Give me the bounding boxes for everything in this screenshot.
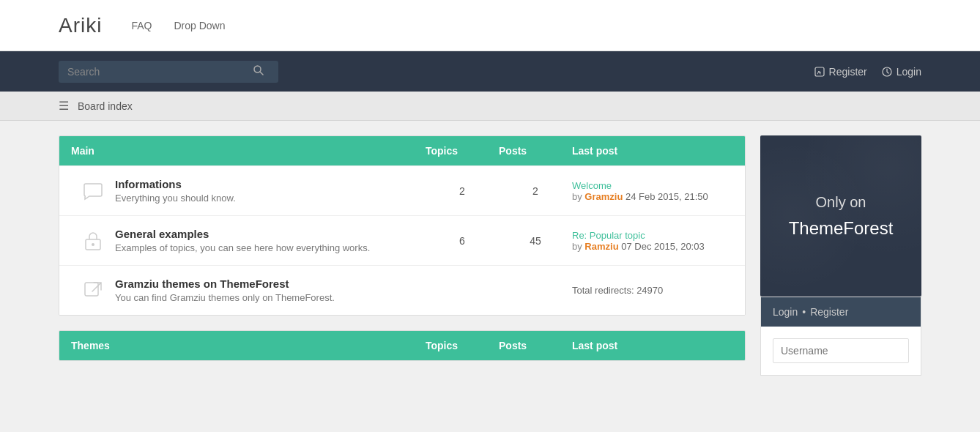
- themes-section-title: Themes: [71, 340, 426, 351]
- main-section-title: Main: [71, 145, 426, 157]
- posts-count-informations: 2: [499, 185, 572, 197]
- site-logo: Ariki: [59, 14, 102, 37]
- last-post-date-general: 07 Dec 2015, 20:03: [621, 241, 704, 252]
- last-post-author-general[interactable]: Ramziu: [584, 241, 618, 252]
- posts-col-header: Posts: [499, 145, 572, 157]
- register-link[interactable]: Register: [814, 66, 867, 78]
- forum-title-informations[interactable]: Informations: [115, 178, 182, 190]
- posts-count-general: 45: [499, 235, 572, 247]
- main-forum-table: Main Topics Posts Last post Informations…: [59, 135, 746, 316]
- promo-brand-text: ThemeForest: [775, 218, 907, 239]
- svg-line-1: [260, 72, 263, 75]
- auth-links: Register Login: [814, 66, 921, 78]
- themes-forum-table: Themes Topics Posts Last post: [59, 330, 746, 361]
- register-header-link[interactable]: Register: [810, 306, 848, 318]
- nav-links: FAQ Drop Down: [131, 20, 225, 31]
- login-header-link[interactable]: Login: [773, 306, 798, 318]
- login-header: Login • Register: [761, 297, 921, 327]
- search-form: [59, 61, 278, 83]
- nav-link-dropdown[interactable]: Drop Down: [174, 20, 225, 31]
- main-table-header: Main Topics Posts Last post: [59, 136, 745, 165]
- forum-external-icon: [71, 281, 115, 300]
- breadcrumb-bar: ☰ Board index: [0, 92, 980, 121]
- sidebar-login: Login • Register: [760, 297, 921, 376]
- last-post-author-informations[interactable]: Gramziu: [584, 191, 623, 202]
- themes-topics-col: Topics: [426, 340, 499, 351]
- last-post-informations: Welcome by Gramziu 24 Feb 2015, 21:50: [572, 180, 733, 202]
- themes-posts-col: Posts: [499, 340, 572, 351]
- lastpost-col-header: Last post: [572, 145, 733, 157]
- topics-count-general: 6: [426, 235, 499, 247]
- breadcrumb: Board index: [78, 100, 133, 112]
- topics-count-informations: 2: [426, 185, 499, 197]
- themes-table-header: Themes Topics Posts Last post: [59, 331, 745, 360]
- last-post-title-informations[interactable]: Welcome: [572, 180, 612, 191]
- sidebar-promo: Only on ThemeForest: [760, 135, 921, 297]
- themes-lastpost-col: Last post: [572, 340, 733, 351]
- forum-desc-gramziu: You can find Gramziu themes only on Them…: [115, 292, 418, 303]
- forum-lock-icon: [71, 230, 115, 252]
- search-bar: Register Login: [0, 51, 980, 92]
- forum-info-informations: Informations Everything you should know.: [115, 178, 426, 204]
- forum-info-general: General examples Examples of topics, you…: [115, 228, 426, 253]
- hamburger-icon[interactable]: ☰: [59, 99, 69, 113]
- top-nav: Ariki FAQ Drop Down: [0, 0, 980, 51]
- total-redirects: Total redirects: 24970: [572, 285, 733, 296]
- table-row: Gramziu themes on ThemeForest You can fi…: [59, 265, 745, 315]
- svg-point-5: [92, 243, 94, 246]
- login-link[interactable]: Login: [882, 66, 921, 78]
- search-input[interactable]: [67, 66, 250, 78]
- main-content: Main Topics Posts Last post Informations…: [59, 135, 746, 376]
- sidebar: Only on ThemeForest Login • Register: [760, 135, 921, 376]
- svg-rect-6: [85, 283, 98, 296]
- nav-link-faq[interactable]: FAQ: [131, 20, 152, 31]
- forum-title-general[interactable]: General examples: [115, 228, 209, 240]
- nav-item-faq[interactable]: FAQ: [131, 20, 152, 31]
- topics-col-header: Topics: [426, 145, 499, 157]
- forum-desc-informations: Everything you should know.: [115, 193, 418, 204]
- forum-info-gramziu: Gramziu themes on ThemeForest You can fi…: [115, 278, 426, 303]
- table-row: Informations Everything you should know.…: [59, 165, 745, 215]
- by-label-general: by: [572, 241, 582, 252]
- login-bullet: •: [802, 306, 806, 318]
- forum-chat-icon: [71, 180, 115, 202]
- login-body: [761, 327, 921, 375]
- promo-only-text: Only on: [775, 194, 907, 211]
- last-post-general: Re: Popular topic by Ramziu 07 Dec 2015,…: [572, 230, 733, 252]
- last-post-date-informations: 24 Feb 2015, 21:50: [626, 191, 708, 202]
- nav-item-dropdown[interactable]: Drop Down: [174, 20, 225, 31]
- last-post-title-general[interactable]: Re: Popular topic: [572, 230, 645, 241]
- table-row: General examples Examples of topics, you…: [59, 215, 745, 265]
- forum-title-gramziu[interactable]: Gramziu themes on ThemeForest: [115, 278, 289, 290]
- by-label-informations: by: [572, 191, 582, 202]
- search-button[interactable]: [250, 65, 267, 78]
- username-input[interactable]: [773, 338, 909, 363]
- forum-desc-general: Examples of topics, you can see here how…: [115, 242, 418, 253]
- content-wrapper: Main Topics Posts Last post Informations…: [0, 121, 980, 390]
